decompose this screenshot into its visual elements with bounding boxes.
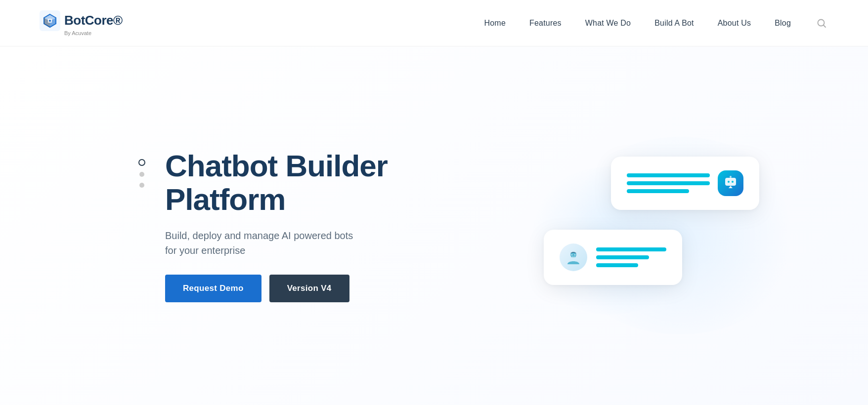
svg-point-10 (732, 181, 734, 183)
chat-card-bot (611, 157, 759, 210)
avatar-icon (564, 248, 582, 266)
hero-section: Chatbot Builder Platform Build, deploy a… (0, 46, 868, 405)
logo-area: BotCore® By Acuvate (40, 10, 123, 36)
svg-line-4 (824, 25, 825, 27)
chat-line (627, 189, 689, 193)
logo-icon (40, 10, 60, 31)
search-icon (817, 18, 826, 28)
user-avatar (560, 243, 587, 271)
request-demo-button[interactable]: Request Demo (165, 275, 261, 302)
logo-sub: By Acuvate (64, 30, 91, 36)
svg-point-11 (730, 176, 732, 178)
nav-blog[interactable]: Blog (775, 19, 791, 28)
chat-line (596, 263, 638, 267)
chat-line (596, 247, 666, 251)
nav-build-a-bot[interactable]: Build A Bot (654, 19, 694, 28)
bot-svg-icon (723, 176, 738, 191)
nav-what-we-do[interactable]: What We Do (585, 19, 631, 28)
hero-title: Chatbot Builder Platform (165, 149, 475, 216)
chat-lines-user (596, 247, 666, 267)
slide-dot-2[interactable] (139, 172, 144, 177)
chat-line (596, 255, 649, 259)
svg-point-7 (574, 254, 575, 255)
nav-home[interactable]: Home (484, 19, 506, 28)
chat-lines-bot (627, 173, 710, 193)
slide-dot-1[interactable] (138, 159, 145, 166)
svg-point-6 (571, 254, 572, 255)
version-button[interactable]: Version V4 (269, 275, 349, 302)
main-nav: Home Features What We Do Build A Bot Abo… (484, 16, 828, 30)
slide-indicators (138, 159, 145, 188)
hero-illustration (514, 127, 779, 324)
bot-icon (718, 170, 743, 196)
chat-line (627, 181, 710, 185)
svg-rect-8 (725, 178, 736, 186)
chat-card-user (544, 230, 682, 285)
hero-subtitle: Build, deploy and manage AI powered bots… (165, 228, 363, 258)
search-button[interactable] (815, 16, 828, 30)
svg-point-9 (728, 181, 730, 183)
slide-dot-3[interactable] (139, 183, 144, 188)
logo-text: BotCore® (64, 13, 123, 28)
svg-point-2 (49, 20, 51, 22)
nav-about-us[interactable]: About Us (718, 19, 751, 28)
chat-line (627, 173, 710, 177)
nav-features[interactable]: Features (529, 19, 562, 28)
